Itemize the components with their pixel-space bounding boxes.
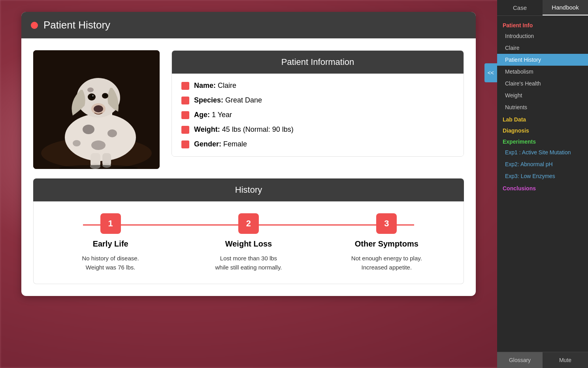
patient-info-section: Patient Information Name: Claire Species… [21,38,476,169]
info-label-species: Species: Great Dane [194,96,262,104]
patient-info-title: Patient Information [172,51,464,74]
sidebar-item-metabolism[interactable]: Metabolism [497,66,588,78]
weight-value: 45 lbs (Normal: 90 lbs) [222,125,294,133]
timeline-title-3: Other Symptoms [355,239,418,248]
tab-case[interactable]: Case [497,0,543,15]
sidebar: Case Handbook Patient Info Introduction … [497,0,588,368]
svg-point-9 [104,94,107,97]
weight-label: Weight: [194,125,220,133]
sidebar-item-exp1[interactable]: Exp1 : Active Site Mutation [497,146,588,158]
patient-card-header: Patient History [21,12,476,38]
timeline: 1 Early Life No history of disease.Weigh… [41,213,456,272]
header-dot [31,22,38,29]
timeline-badge-3: 3 [376,213,397,234]
svg-point-15 [73,140,81,146]
gender-label: Gender: [194,140,221,148]
species-label: Species: [194,96,223,104]
timeline-badge-2: 2 [238,213,259,234]
sidebar-item-patient-history[interactable]: Patient History [497,54,588,66]
history-section: History 1 Early Life No history of disea… [33,178,464,284]
timeline-desc-1: No history of disease.Weight was 76 lbs. [82,254,139,272]
sidebar-item-exp3[interactable]: Exp3: Low Enzymes [497,170,588,182]
gender-value: Female [223,140,247,148]
info-row-weight: Weight: 45 lbs (Normal: 90 lbs) [181,125,454,134]
sidebar-item-claire[interactable]: Claire [497,42,588,54]
sidebar-item-introduction[interactable]: Introduction [497,30,588,42]
page-title: Patient History [43,19,110,31]
timeline-desc-2: Lost more than 30 lbswhile still eating … [215,254,282,272]
sidebar-item-claires-health[interactable]: Claire's Health [497,78,588,89]
sidebar-item-exp2[interactable]: Exp2: Abnormal pH [497,158,588,170]
svg-point-16 [87,87,94,92]
timeline-item-3: 3 Other Symptoms Not enough energy to pl… [331,213,442,272]
nav-section-lab-data: Lab Data [497,113,588,124]
timeline-desc-3: Not enough energy to play.Increased appe… [351,254,422,272]
info-label-name: Name: Claire [194,82,236,90]
info-row-species: Species: Great Dane [181,96,454,104]
info-label-age: Age: 1 Year [194,111,232,119]
dog-image [33,50,160,169]
svg-point-11 [94,105,103,112]
info-row-gender: Gender: Female [181,140,454,148]
info-icon-weight [181,126,189,134]
nav-section-experiments: Experiments [497,135,588,146]
nav-section-diagnosis: Diagnosis [497,124,588,135]
name-value: Claire [218,82,236,89]
timeline-title-2: Weight Loss [225,239,272,248]
name-label: Name: [194,82,216,89]
info-label-weight: Weight: 45 lbs (Normal: 90 lbs) [194,125,294,134]
sidebar-footer: Glossary Mute [497,352,588,368]
svg-point-12 [83,125,94,134]
svg-point-13 [107,129,117,137]
patient-info-box: Patient Information Name: Claire Species… [172,50,464,157]
mute-button[interactable]: Mute [543,352,588,368]
timeline-item-2: 2 Weight Loss Lost more than 30 lbswhile… [193,213,304,272]
sidebar-item-weight[interactable]: Weight [497,89,588,101]
sidebar-tabs: Case Handbook [497,0,588,16]
info-icon-age [181,111,189,119]
svg-point-14 [91,140,106,150]
nav-section-conclusions: Conclusions [497,182,588,193]
age-value: 1 Year [212,111,232,119]
species-value: Great Dane [225,96,262,104]
info-icon-gender [181,140,189,148]
glossary-button[interactable]: Glossary [497,352,543,368]
patient-info-body: Name: Claire Species: Great Dane Age: 1 … [172,74,464,156]
info-icon-species [181,97,189,104]
timeline-item-1: 1 Early Life No history of disease.Weigh… [55,213,166,272]
nav-section-patient-info: Patient Info [497,19,588,30]
info-row-name: Name: Claire [181,82,454,90]
timeline-badge-1: 1 [100,213,121,234]
sidebar-nav: Patient Info Introduction Claire Patient… [497,16,588,352]
svg-point-7 [92,95,94,97]
info-icon-name [181,82,189,90]
tab-handbook[interactable]: Handbook [543,0,588,15]
info-label-gender: Gender: Female [194,140,247,148]
patient-card: Patient History [21,12,476,296]
timeline-title-1: Early Life [93,239,128,248]
history-body: 1 Early Life No history of disease.Weigh… [33,201,464,284]
info-row-age: Age: 1 Year [181,111,454,119]
age-label: Age: [194,111,210,119]
sidebar-item-nutrients[interactable]: Nutrients [497,101,588,113]
sidebar-toggle-button[interactable]: << [484,63,497,82]
history-title: History [33,178,464,201]
